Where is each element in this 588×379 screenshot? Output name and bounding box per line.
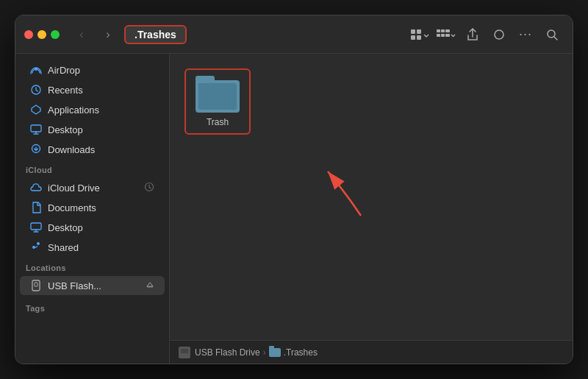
sidebar-item-documents[interactable]: Documents (20, 198, 165, 217)
trash-folder-item[interactable]: Trash (184, 68, 251, 135)
icloud-section-label: iCloud (15, 160, 169, 177)
icon-view-button[interactable] (408, 24, 431, 45)
downloads-icon (30, 144, 42, 155)
svg-rect-2 (411, 35, 415, 40)
svg-rect-17 (32, 280, 40, 291)
drive-label: USB Flash Drive (195, 347, 260, 358)
svg-rect-5 (441, 29, 445, 32)
airdrop-label: AirDrop (48, 65, 80, 76)
documents-icon (30, 202, 42, 213)
desktop-label: Desktop (48, 124, 83, 135)
arrow-annotation (287, 149, 376, 226)
folder-label: .Trashes (284, 347, 318, 358)
sidebar-item-downloads[interactable]: Downloads (20, 140, 165, 159)
sidebar-item-icloud-drive[interactable]: iCloud Drive (20, 178, 165, 197)
sidebar-item-icloud-desktop[interactable]: Desktop (20, 218, 165, 237)
recents-icon (30, 84, 42, 96)
statusbar-drive-icon (179, 347, 190, 358)
sidebar-item-airdrop[interactable]: AirDrop (20, 60, 165, 79)
usb-drive-icon (30, 280, 42, 291)
forward-button[interactable]: › (98, 24, 118, 45)
statusbar-breadcrumb: USB Flash Drive › .Trashes (195, 347, 318, 358)
svg-rect-4 (437, 29, 440, 32)
icloud-sync-icon (144, 182, 154, 194)
titlebar: ‹ › .Trashes (15, 15, 573, 54)
icloud-desktop-icon (30, 222, 42, 233)
svg-rect-7 (437, 34, 440, 37)
more-button[interactable]: ··· (514, 24, 537, 45)
tags-section-label: Tags (15, 298, 169, 316)
recents-label: Recents (48, 85, 83, 96)
sidebar-item-usb-flash[interactable]: USB Flash... (20, 276, 165, 295)
eject-icon[interactable] (146, 280, 154, 291)
share-button[interactable] (461, 24, 484, 45)
tag-button[interactable] (487, 24, 511, 45)
desktop-icon (30, 124, 42, 135)
svg-rect-0 (411, 29, 415, 34)
file-area: Trash (170, 54, 573, 340)
breadcrumb-separator: › (263, 347, 266, 358)
close-button[interactable] (24, 30, 33, 39)
maximize-button[interactable] (51, 30, 60, 39)
sidebar-item-shared[interactable]: Shared (20, 238, 165, 257)
gallery-view-button[interactable] (434, 24, 458, 45)
sidebar: AirDrop Recents Applications (15, 54, 170, 364)
statusbar: USB Flash Drive › .Trashes (170, 340, 573, 364)
locations-section-label: Locations (15, 258, 169, 275)
main-content: Trash (170, 54, 573, 364)
icloud-desktop-label: Desktop (48, 222, 83, 233)
svg-rect-16 (31, 223, 41, 230)
svg-rect-18 (35, 283, 37, 286)
search-button[interactable] (540, 24, 564, 45)
sidebar-item-desktop[interactable]: Desktop (20, 120, 165, 139)
shared-icon (30, 241, 42, 253)
finder-window: ‹ › .Trashes (15, 15, 573, 364)
applications-icon (30, 104, 42, 116)
usb-flash-label: USB Flash... (48, 280, 101, 291)
toolbar-actions: ··· (408, 24, 564, 45)
folder-breadcrumb-icon (269, 348, 281, 357)
svg-rect-8 (441, 34, 445, 37)
back-button[interactable]: ‹ (71, 24, 92, 45)
svg-rect-21 (181, 349, 188, 353)
airdrop-icon (30, 64, 42, 76)
applications-label: Applications (48, 105, 99, 116)
file-name: Trash (207, 117, 229, 127)
icloud-drive-icon (30, 182, 42, 194)
shared-label: Shared (48, 242, 79, 253)
icloud-drive-label: iCloud Drive (48, 183, 100, 194)
sidebar-item-applications[interactable]: Applications (20, 100, 165, 119)
traffic-lights (24, 30, 60, 39)
documents-label: Documents (48, 202, 96, 213)
body: AirDrop Recents Applications (15, 54, 573, 364)
sidebar-item-recents[interactable]: Recents (20, 80, 165, 99)
minimize-button[interactable] (37, 30, 46, 39)
downloads-label: Downloads (48, 144, 95, 155)
svg-line-11 (554, 37, 557, 40)
folder-icon (196, 76, 240, 113)
path-label: .Trashes (124, 25, 187, 44)
svg-rect-13 (31, 125, 41, 132)
